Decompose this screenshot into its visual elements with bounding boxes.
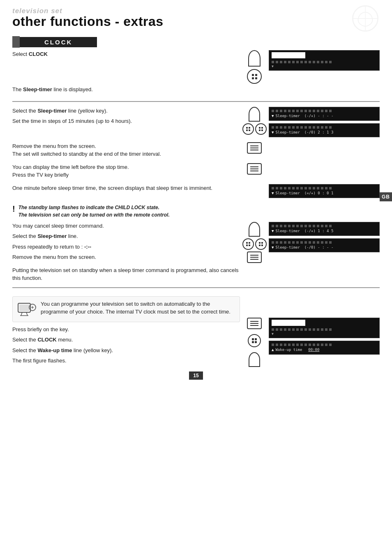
page-header: television set other functions - extras <box>0 0 392 29</box>
clock-bar-label: CLOCK <box>20 37 97 47</box>
svg-line-6 <box>26 312 28 316</box>
menu-line-3 <box>250 150 258 150</box>
menu-line-12 <box>250 325 258 326</box>
remote-plus-btn[interactable] <box>255 123 267 135</box>
clock-remote-icons <box>244 50 265 84</box>
tv-arrow-down-2: ▼ <box>272 332 377 336</box>
divider-1 <box>12 101 380 102</box>
step-remove-menu: Remove the menu from the screen.The set … <box>12 142 240 161</box>
tv-sleep-label-3: Sleep-timer (=/+) 0 : 0 1 <box>275 191 333 195</box>
tv-wakeup-label: Wake-up time <box>275 348 307 352</box>
clock-accent <box>12 36 20 48</box>
header-watermark-icon <box>351 4 380 33</box>
remote-plus-btn-2[interactable] <box>255 238 267 250</box>
first-figure-text: The first figure flashes. <box>12 357 240 365</box>
remote-menu-btn-1[interactable] <box>247 142 262 154</box>
remote-minus-btn[interactable] <box>242 123 254 135</box>
tv-white-box-2 <box>272 320 305 326</box>
title-main: other functions - extras <box>12 14 380 29</box>
tv-wakeup-text: ▲ Wake-up time 00:00 <box>272 347 377 353</box>
svg-rect-4 <box>19 304 29 311</box>
tv-dots-6 <box>272 241 377 244</box>
press-briefly-text: Press briefly on the key. <box>12 325 240 334</box>
gb-badge: GB <box>380 192 392 201</box>
tv-display-sleep-3: ▼ Sleep-timer (=/+) 0 : 0 1 <box>269 184 380 198</box>
menu-line-6 <box>250 171 258 171</box>
menu-line-9 <box>250 259 258 260</box>
menu-line-7 <box>250 255 258 256</box>
programme-screens: ▼ ▲ Wake-up time 00:00 <box>269 318 380 357</box>
tv-dots-4 <box>272 187 377 189</box>
remote-halfpress-4 <box>249 352 260 367</box>
cancel-section-text: You may cancel sleep timer command. Sele… <box>12 222 240 264</box>
remote-halfpress-icon <box>248 50 261 67</box>
step2-icons <box>244 142 265 154</box>
tv-arrow-3: ▼ <box>272 191 274 195</box>
tv-white-box-1 <box>272 52 305 58</box>
sleep-timer-label-1: Sleep-timer <box>23 86 52 92</box>
tv-sleep-text-1: ▼ Sleep-timer (-/+) - : - - <box>272 113 377 119</box>
tv-display-sleep-2: ▼ Sleep-timer (-/0) 2 : 1 3 <box>269 123 380 137</box>
remote-menu-btn-2[interactable] <box>247 163 262 175</box>
sleep-timer-label-2: Sleep-timer <box>37 108 67 114</box>
sleep-timer-displayed-text: The Sleep-timer line is displayed. <box>12 85 240 96</box>
menu-line-8 <box>250 257 258 258</box>
tv-dots-7 <box>272 328 377 331</box>
step-select-sleep: Select the Sleep-timer line (yellow key)… <box>12 107 240 128</box>
main-content: CLOCK Select CLOCK <box>0 29 392 392</box>
select-wakeup-text: Select the Wake-up time line (yellow key… <box>12 346 240 355</box>
tv-sleep-text-2: ▼ Sleep-timer (-/0) 2 : 1 3 <box>272 129 377 135</box>
remote-menu-btn-4[interactable] <box>247 318 262 329</box>
tv-arrow-5: ▼ <box>272 245 274 249</box>
remote-menu-btn-3[interactable] <box>247 251 262 263</box>
tv-dots-2 <box>272 110 377 112</box>
title-top: television set <box>12 7 380 14</box>
gb-label: GB <box>380 192 392 201</box>
warning-text-block: The standby lamp flashes to indicate the… <box>18 204 170 219</box>
tv-dots-5 <box>272 225 377 227</box>
programme-icons <box>244 318 265 367</box>
clock-screen-1: ▼ <box>269 50 380 73</box>
cancel-screens: ▼ Sleep-timer (-/+) 1 : 4 5 ▼ Sleep-time… <box>269 222 380 255</box>
menu-line-4 <box>250 166 258 167</box>
divider-2 <box>12 287 380 288</box>
tv-sleep-label-5: Sleep-timer (-/0) - : - - <box>275 245 333 249</box>
warning-exclamation-icon: ! <box>12 205 15 213</box>
remote-minus-btn-2[interactable] <box>242 238 254 250</box>
programme-section: You can programme your television set to… <box>12 293 240 367</box>
tv-sleep-text-4: ▼ Sleep-timer (-/+) 1 : 4 5 <box>272 228 377 234</box>
warning-text-2: The television set can only be turned on… <box>18 211 170 219</box>
tv-dots-8 <box>272 344 377 346</box>
select-clock-menu-text: Select the CLOCK menu. <box>12 336 240 344</box>
wakeup-label: Wake-up time <box>37 347 72 353</box>
menu-line-2 <box>250 148 258 148</box>
remote-halfpress-2 <box>249 107 260 122</box>
tv-display-sleep-5: ▼ Sleep-timer (-/0) - : - - <box>269 238 380 252</box>
remote-halfpress-3 <box>249 222 260 237</box>
tv-dots-row <box>272 61 377 63</box>
remote-cross-btn[interactable] <box>247 69 262 84</box>
programme-tv-icon <box>16 300 37 316</box>
step-display-time: You can display the time left before the… <box>12 163 240 182</box>
tv-display-1: ▼ <box>269 50 380 71</box>
tv-arrow-2: ▼ <box>272 130 274 134</box>
step1-icons <box>244 107 265 135</box>
sleep-timer-label-3: Sleep-timer <box>37 233 67 239</box>
tv-sleep-text-3: ▼ Sleep-timer (=/+) 0 : 0 1 <box>272 190 377 196</box>
svg-line-5 <box>21 312 22 316</box>
programme-icon <box>16 300 37 318</box>
tv-arrow-4: ▼ <box>272 229 274 233</box>
page-number-area: 15 <box>12 371 380 380</box>
clock-menu-label: CLOCK <box>37 337 56 343</box>
tv-sleep-label-2: Sleep-timer (-/0) 2 : 1 3 <box>275 130 333 134</box>
warning-text-1: The standby lamp flashes to indicate the… <box>18 204 170 211</box>
standby-note-text: Putting the television set on standby wh… <box>12 266 380 282</box>
menu-line-10 <box>250 321 258 322</box>
cancel-icons <box>244 222 265 263</box>
programme-note-box: You can programme your television set to… <box>12 296 240 322</box>
step1-screens: ▼ Sleep-timer (-/+) - : - - ▼ Sleep-time… <box>269 107 380 140</box>
remote-cross-btn-2[interactable] <box>248 334 261 347</box>
menu-line-11 <box>250 323 258 324</box>
tv-dots-3 <box>272 126 377 129</box>
warning-box: ! The standby lamp flashes to indicate t… <box>12 204 380 219</box>
